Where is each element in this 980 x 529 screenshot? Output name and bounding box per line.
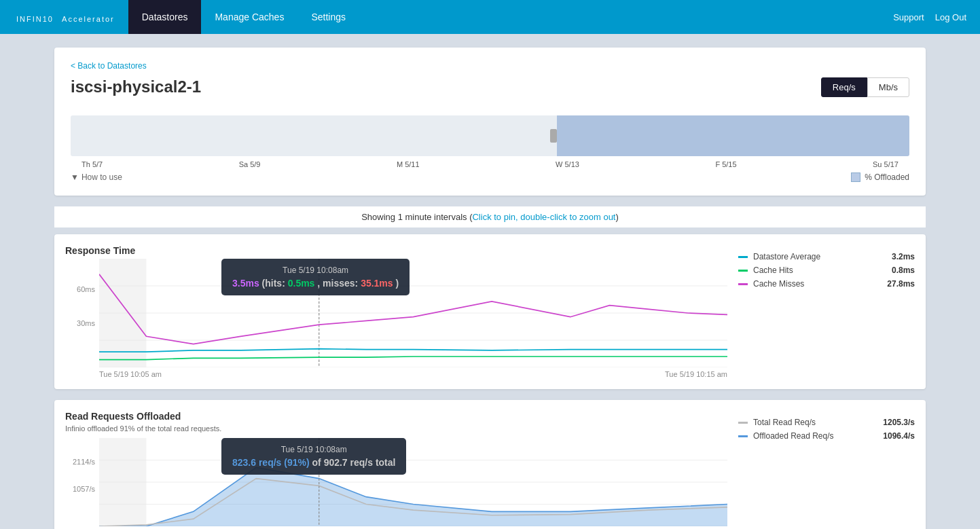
main-content: < Back to Datastores iscsi-physical2-1 R… [0,34,980,529]
read-chart-subtitle: Infinio offloaded 91% of the total read … [65,424,727,433]
interval-text-end: ) [615,212,618,222]
offloaded-legend-box [851,172,860,182]
read-chart-svg-inner: Tue 5/19 10:08am 823.6 req/s (91%) of 90… [99,438,727,526]
logout-link[interactable]: Log Out [935,12,966,22]
chart-main: Response Time 60ms 30ms [65,245,727,378]
legend-item-0: Datastore Average 3.2ms [738,252,915,261]
interval-text: Showing 1 minute intervals ( [361,212,472,222]
y-label-30: 30ms [77,319,95,327]
read-chart-main: Read Requests Offloaded Infinio offloade… [65,411,727,526]
header-left: INFIN10 Accelerator Datastores Manage Ca… [14,0,359,34]
x-label-start: Tue 5/19 10:05 am [99,370,162,378]
legend-color-1 [738,270,748,272]
legend-value-0: 3.2ms [881,252,915,261]
timeline-label-5: Su 5/17 [873,160,899,168]
y-labels: 60ms 30ms [65,259,99,354]
read-legend-color-1 [738,435,748,437]
legend-label-2: Cache Misses [753,279,875,289]
logo-text: INFIN10 [16,15,54,23]
read-svg [99,438,727,526]
y-label-60: 60ms [77,285,95,293]
read-chart-title: Read Requests Offloaded [65,411,727,422]
timeline-selected [557,115,909,156]
logo: INFIN10 Accelerator [14,8,115,26]
req-s-button[interactable]: Req/s [821,77,867,97]
how-to-use[interactable]: ▼ How to use [71,172,122,182]
support-link[interactable]: Support [893,12,924,22]
legend-color-2 [738,283,748,285]
title-card: < Back to Datastores iscsi-physical2-1 R… [54,48,926,196]
nav-settings[interactable]: Settings [297,0,359,34]
read-chart-area: Read Requests Offloaded Infinio offloade… [65,411,915,526]
timeline-label-1: Sa 5/9 [239,160,261,168]
read-legend-color-0 [738,422,748,424]
read-requests-chart: Read Requests Offloaded Infinio offloade… [54,400,926,529]
timeline-label-4: F 5/15 [715,160,736,168]
offloaded-legend: % Offloaded [851,172,909,182]
read-y-labels: 2114/s 1057/s [65,438,99,513]
svg-rect-10 [99,438,146,526]
how-to-use-label: How to use [81,172,122,182]
header: INFIN10 Accelerator Datastores Manage Ca… [0,0,980,34]
legend-color-0 [738,256,748,258]
read-chart-svg-container: 2114/s 1057/s [65,438,727,526]
timeline-handle[interactable] [550,129,557,143]
title-row: iscsi-physical2-1 Req/s Mb/s [71,77,909,107]
offloaded-legend-label: % Offloaded [865,172,909,182]
nav-manage-caches[interactable]: Manage Caches [201,0,297,34]
chart-svg-container: 60ms 30ms [65,259,727,367]
timeline-labels: Th 5/7 Sa 5/9 M 5/11 W 5/13 F 5/15 Su 5/… [71,159,909,170]
read-chart-legend: Total Read Req/s 1205.3/s Offloaded Read… [738,411,915,526]
response-time-chart: Response Time 60ms 30ms [54,234,926,389]
legend-label-1: Cache Hits [753,266,875,275]
interval-info: Showing 1 minute intervals (Click to pin… [54,206,926,227]
read-legend-item-0: Total Read Req/s 1205.3/s [738,418,915,427]
legend-label-0: Datastore Average [753,252,875,261]
read-y-label-1057: 1057/s [73,485,95,493]
main-nav: Datastores Manage Caches Settings [128,0,359,34]
triangle-icon: ▼ [71,172,79,182]
legend-item-1: Cache Hits 0.8ms [738,266,915,275]
interval-link[interactable]: Click to pin, double-click to zoom out [472,212,615,222]
back-link[interactable]: < Back to Datastores [71,61,909,71]
read-legend-item-1: Offloaded Read Req/s 1096.4/s [738,431,915,441]
read-legend-label-0: Total Read Req/s [753,418,875,427]
read-legend-value-0: 1205.3/s [881,418,915,427]
logo-sub: Accelerator [62,15,115,23]
timeline-bottom: ▼ How to use % Offloaded [71,172,909,182]
chart-area: Response Time 60ms 30ms [65,245,915,378]
chart-title: Response Time [65,245,727,256]
svg-marker-11 [99,467,727,526]
header-right: Support Log Out [893,12,966,22]
x-labels: Tue 5/19 10:05 am Tue 5/19 10:15 am [65,370,727,378]
nav-datastores[interactable]: Datastores [128,0,202,34]
view-toggle: Req/s Mb/s [821,77,909,97]
read-y-label-2114: 2114/s [73,458,95,466]
timeline[interactable] [71,115,909,156]
page-title: iscsi-physical2-1 [71,77,201,96]
read-legend-label-1: Offloaded Read Req/s [753,431,875,441]
chart-legend: Datastore Average 3.2ms Cache Hits 0.8ms… [738,245,915,378]
read-legend-value-1: 1096.4/s [881,431,915,441]
legend-item-2: Cache Misses 27.8ms [738,279,915,289]
x-label-end: Tue 5/19 10:15 am [665,370,727,378]
timeline-label-2: M 5/11 [397,160,420,168]
svg-rect-4 [99,259,146,367]
legend-value-1: 0.8ms [881,266,915,275]
timeline-label-0: Th 5/7 [81,160,103,168]
chart-svg-inner: Tue 5/19 10:08am 3.5ms (hits: 0.5ms , mi… [99,259,727,367]
response-svg [99,259,727,367]
mb-s-button[interactable]: Mb/s [867,77,909,97]
timeline-label-3: W 5/13 [556,160,579,168]
legend-value-2: 27.8ms [881,279,915,289]
